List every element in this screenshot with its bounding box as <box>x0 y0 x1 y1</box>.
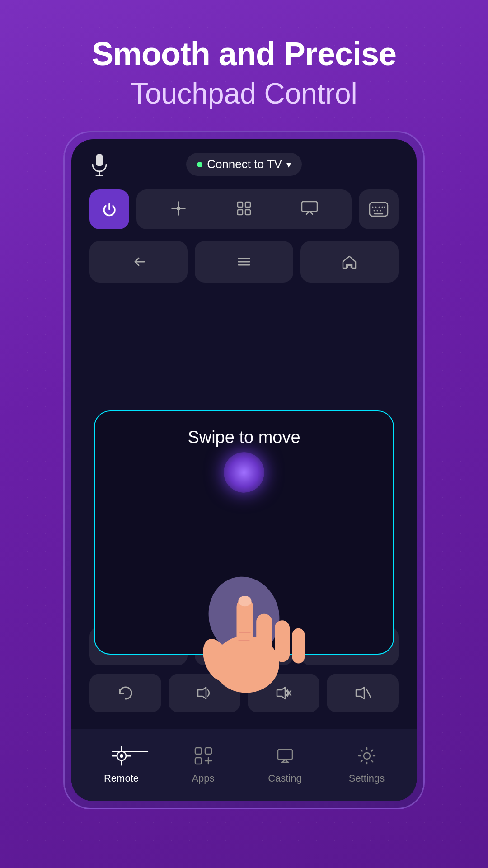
nav-item-casting[interactable]: Casting <box>244 746 326 784</box>
connection-status-dot <box>197 162 202 167</box>
phone-mockup: Connect to TV ▾ <box>63 131 425 809</box>
phone-screen: Connect to TV ▾ <box>71 139 417 801</box>
svg-point-58 <box>364 753 370 759</box>
svg-rect-52 <box>205 748 211 754</box>
nav-item-apps[interactable]: Apps <box>162 746 244 784</box>
controls-row-1 <box>71 185 417 234</box>
svg-marker-43 <box>356 687 364 699</box>
dpad-icon[interactable] <box>170 200 187 219</box>
svg-rect-7 <box>245 210 250 215</box>
back-button[interactable] <box>89 241 188 283</box>
svg-rect-8 <box>302 202 317 212</box>
replay-button[interactable] <box>89 674 161 712</box>
navigation-group[interactable] <box>136 189 352 229</box>
direction-row <box>71 234 417 290</box>
connect-dropdown-arrow: ▾ <box>286 159 291 170</box>
home-button[interactable] <box>300 241 399 283</box>
keyboard-button[interactable] <box>359 189 399 229</box>
apps-nav-icon <box>193 746 213 769</box>
svg-rect-25 <box>256 614 272 660</box>
settings-nav-label: Settings <box>349 773 385 784</box>
swipe-label: Swipe to move <box>188 428 300 447</box>
touch-point <box>224 452 264 493</box>
svg-rect-51 <box>195 748 202 754</box>
header-title-line1: Smooth and Precise <box>0 36 488 72</box>
volume-off-button[interactable] <box>327 674 399 712</box>
monitor-icon[interactable] <box>301 201 318 218</box>
svg-point-50 <box>120 754 123 758</box>
header: Smooth and Precise Touchpad Control <box>0 0 488 129</box>
grid-icon[interactable] <box>236 200 252 218</box>
svg-rect-53 <box>195 758 202 764</box>
active-nav-indicator <box>112 751 148 752</box>
connect-tv-label: Connect to TV <box>207 157 282 171</box>
svg-point-3 <box>177 207 180 210</box>
remote-nav-label: Remote <box>104 773 139 784</box>
settings-nav-icon <box>357 746 377 769</box>
nav-item-settings[interactable]: Settings <box>326 746 408 784</box>
svg-rect-6 <box>238 210 243 215</box>
svg-rect-56 <box>278 750 292 760</box>
power-button[interactable] <box>89 189 129 229</box>
svg-point-31 <box>238 596 251 606</box>
hand-illustration <box>167 518 321 708</box>
remote-nav-icon <box>112 746 131 769</box>
casting-nav-icon <box>275 746 295 769</box>
svg-rect-4 <box>238 202 243 207</box>
apps-nav-label: Apps <box>192 773 214 784</box>
connect-tv-button[interactable]: Connect to TV ▾ <box>186 153 302 176</box>
mic-icon[interactable] <box>89 152 109 177</box>
casting-nav-label: Casting <box>268 773 302 784</box>
svg-rect-0 <box>96 154 103 166</box>
svg-rect-27 <box>292 628 305 664</box>
svg-rect-26 <box>275 620 290 662</box>
header-title-line2: Touchpad Control <box>0 76 488 111</box>
menu-button[interactable] <box>195 241 293 283</box>
svg-rect-5 <box>245 202 250 207</box>
bottom-navigation: Remote Apps <box>71 729 417 801</box>
touchpad-area[interactable]: Swipe to move <box>94 410 394 655</box>
top-bar: Connect to TV ▾ <box>71 139 417 185</box>
svg-line-44 <box>366 689 371 697</box>
